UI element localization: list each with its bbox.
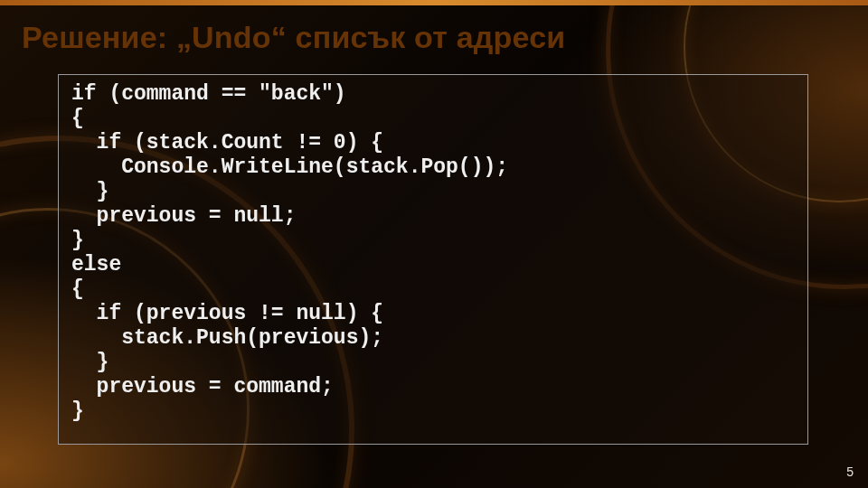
code-line: {: [71, 277, 84, 301]
code-line: previous = null;: [71, 204, 296, 228]
slide-title: Решение: „Undo“ списък от адреси: [22, 20, 565, 55]
code-line: if (command == "back"): [71, 82, 346, 106]
code-line: Console.WriteLine(stack.Pop());: [71, 155, 508, 179]
code-line: if (stack.Count != 0) {: [71, 131, 383, 155]
code-line: {: [71, 107, 84, 130]
code-line: else: [71, 253, 121, 277]
code-block: if (command == "back") { if (stack.Count…: [58, 74, 808, 445]
code-line: }: [71, 180, 108, 203]
code-line: }: [71, 229, 84, 252]
code-line: }: [71, 399, 84, 423]
code-line: if (previous != null) {: [71, 302, 383, 325]
code-line: previous = command;: [71, 375, 334, 399]
code-line: }: [71, 351, 108, 374]
page-number: 5: [846, 465, 854, 479]
code-line: stack.Push(previous);: [71, 326, 383, 350]
slide: Решение: „Undo“ списък от адреси if (com…: [0, 0, 868, 488]
